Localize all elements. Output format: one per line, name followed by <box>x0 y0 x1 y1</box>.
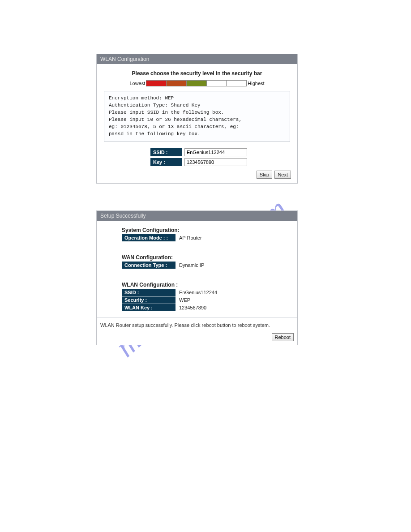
wlan-config-heading: WLAN Configuration : <box>122 282 297 288</box>
security-seg-4[interactable] <box>207 81 227 86</box>
system-config-heading: System Configuration: <box>122 227 297 233</box>
security-seg-3[interactable] <box>187 81 207 86</box>
wlan-ssid-value: EnGenius112244 <box>179 290 217 295</box>
next-button[interactable]: Next <box>274 171 291 179</box>
wlan-ssid-row: SSID : EnGenius112244 <box>122 289 297 296</box>
security-seg-2[interactable] <box>167 81 187 86</box>
operation-mode-row: Operation Mode : : AP Router <box>122 234 297 241</box>
highest-label: Highest <box>248 81 264 86</box>
security-seg-5[interactable] <box>227 81 246 86</box>
setup-success-header: Setup Successfully <box>97 211 297 221</box>
skip-button[interactable]: Skip <box>257 171 272 179</box>
security-level-bar[interactable] <box>146 80 247 86</box>
connection-type-row: Connection Type : Dynamic IP <box>122 262 297 269</box>
security-seg-1[interactable] <box>146 81 167 86</box>
wlan-config-panel: WLAN Configuration Please choose the sec… <box>96 54 298 184</box>
operation-mode-value: AP Router <box>179 235 202 240</box>
wlan-key-label: WLAN Key : <box>122 304 176 311</box>
key-field-row: Key : <box>101 158 293 166</box>
wlan-security-row: Security : WEP <box>122 296 297 304</box>
ssid-label: SSID : <box>150 148 182 156</box>
wlan-config-header: WLAN Configuration <box>97 54 297 64</box>
wan-config-heading: WAN Configuration: <box>122 254 297 261</box>
encryption-info-box: Encryption method: WEP Authentication Ty… <box>104 91 290 142</box>
ssid-input[interactable] <box>184 148 247 156</box>
wlan-key-value: 1234567890 <box>179 305 206 310</box>
wlan-security-value: WEP <box>179 297 190 303</box>
setup-success-panel: Setup Successfully System Configuration:… <box>96 210 298 345</box>
security-bar-row: Lowest Highest <box>101 80 293 86</box>
connection-type-label: Connection Type : <box>122 262 176 269</box>
operation-mode-label: Operation Mode : : <box>122 234 176 241</box>
setup-footer-text: WLAN Router setup successfully. Please c… <box>97 317 297 330</box>
security-instruction: Please choose the security level in the … <box>101 70 293 77</box>
wlan-security-label: Security : <box>122 296 176 304</box>
wlan-key-row: WLAN Key : 1234567890 <box>122 304 297 311</box>
lowest-label: Lowest <box>129 81 145 86</box>
ssid-field-row: SSID : <box>101 148 293 156</box>
reboot-button[interactable]: Reboot <box>272 333 294 341</box>
key-label: Key : <box>150 158 182 166</box>
wlan-ssid-label: SSID : <box>122 289 176 296</box>
connection-type-value: Dynamic IP <box>179 262 204 268</box>
key-input[interactable] <box>184 158 247 166</box>
